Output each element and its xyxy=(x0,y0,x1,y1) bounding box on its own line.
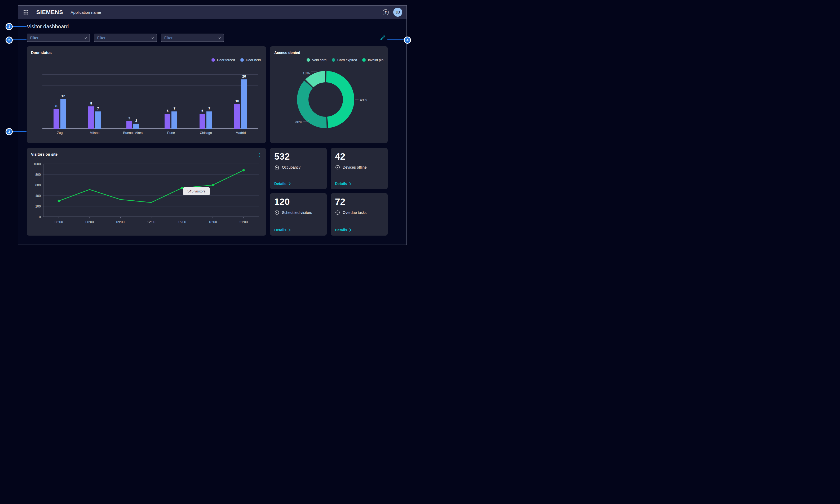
kebab-menu-icon[interactable] xyxy=(258,152,261,158)
bar-value-label: 12 xyxy=(61,94,65,98)
chevron-right-icon xyxy=(349,182,352,185)
bar-door-forced-chicago[interactable] xyxy=(200,114,205,129)
bar-value-label: 10 xyxy=(235,99,239,103)
data-point-marker[interactable] xyxy=(242,169,245,172)
app-launcher-icon[interactable] xyxy=(22,9,30,16)
chevron-right-icon xyxy=(349,229,352,232)
bar-door-forced-buenos-aires[interactable] xyxy=(126,121,132,129)
details-label: Details xyxy=(335,228,347,232)
bar-door-held-milano[interactable] xyxy=(95,111,101,129)
stat-label: Scheduled visitors xyxy=(282,211,312,215)
legend-item-void-card[interactable]: Void card xyxy=(307,58,326,62)
legend-dot-icon xyxy=(307,58,310,62)
category-label: Buenos Aires xyxy=(123,131,142,135)
legend-item-door-forced[interactable]: Door forced xyxy=(211,58,235,62)
donut-percent-label: 49% xyxy=(360,98,367,102)
legend-dot-icon xyxy=(362,58,366,62)
bar-door-held-chicago[interactable] xyxy=(206,111,212,129)
stat-label: Overdue tasks xyxy=(343,211,366,215)
app-header: SIEMENS Application name ? JD xyxy=(18,5,407,19)
y-axis-tick-label: 400 xyxy=(35,194,41,198)
callout-badge-1: 1 xyxy=(5,23,13,30)
data-point-marker[interactable] xyxy=(58,200,60,202)
bottom-row: Visitors on site 0100400600800100003:000… xyxy=(27,148,398,236)
category-label: Chicago xyxy=(200,131,212,135)
bar-door-held-buenos-aires[interactable] xyxy=(133,124,139,129)
chevron-down-icon xyxy=(84,36,87,39)
bar-door-held-madrid[interactable] xyxy=(241,79,247,129)
details-link-scheduled-visitors[interactable]: Details xyxy=(274,228,291,232)
callout-line-1 xyxy=(13,26,27,27)
occupancy-icon xyxy=(274,165,279,170)
stat-value: 42 xyxy=(335,152,383,161)
chevron-right-icon xyxy=(289,182,291,185)
x-axis-tick-label: 09:00 xyxy=(116,220,124,224)
details-link-overdue-tasks[interactable]: Details xyxy=(335,228,352,232)
door-status-chart: 812Zug97Milano32Buenos Aires67Pune67Chic… xyxy=(42,74,258,138)
bar-value-label: 20 xyxy=(242,74,246,78)
details-link-devices-offline[interactable]: Details xyxy=(335,182,352,186)
callout-badge-3: 3 xyxy=(5,128,13,135)
help-icon[interactable]: ? xyxy=(383,9,389,15)
stat-value: 120 xyxy=(274,197,323,207)
details-label: Details xyxy=(274,182,287,186)
legend-item-invalid-pin[interactable]: Invalid pin xyxy=(362,58,383,62)
filter-select-1[interactable]: Filter xyxy=(27,34,90,42)
filter-select-3[interactable]: Filter xyxy=(161,34,224,42)
legend-item-card-expired[interactable]: Card expired xyxy=(332,58,357,62)
bar-group-pune: 67Pune xyxy=(165,74,177,138)
bar-door-forced-pune[interactable] xyxy=(165,114,170,129)
category-label: Pune xyxy=(167,131,175,135)
legend-dot-icon xyxy=(332,58,335,62)
legend-item-door-held[interactable]: Door held xyxy=(240,58,261,62)
edit-icon[interactable] xyxy=(379,34,387,41)
y-axis-tick-label: 100 xyxy=(35,204,41,208)
stats-grid: 532OccupancyDetails42Devices offlineDeta… xyxy=(270,148,388,236)
bar-groups: 812Zug97Milano32Buenos Aires67Pune67Chic… xyxy=(42,74,258,138)
y-axis-tick-label: 800 xyxy=(35,173,41,177)
bar-group-zug: 812Zug xyxy=(53,74,66,138)
bar-door-held-pune[interactable] xyxy=(171,111,177,129)
bar-group-milano: 97Milano xyxy=(88,74,101,138)
callout-badge-4: 4 xyxy=(404,37,411,44)
bar-door-forced-zug[interactable] xyxy=(53,109,59,129)
bar-door-forced-milano[interactable] xyxy=(88,106,94,129)
visitors-series-line[interactable] xyxy=(59,170,243,202)
door-status-legend: Door forcedDoor held xyxy=(211,58,261,62)
bar-group-madrid: 1020Madrid xyxy=(234,74,247,138)
filter-placeholder: Filter xyxy=(164,36,172,40)
legend-label: Void card xyxy=(312,58,326,62)
donut-slice-void-card[interactable] xyxy=(309,77,325,84)
bar-door-held-zug[interactable] xyxy=(61,99,66,129)
bar-group-buenos-aires: 32Buenos Aires xyxy=(123,74,142,138)
avatar[interactable]: JD xyxy=(393,8,402,17)
data-point-marker[interactable] xyxy=(212,184,214,186)
callout-badge-2: 2 xyxy=(5,37,13,44)
overdue-icon xyxy=(335,210,340,215)
card-title: Door status xyxy=(31,51,262,55)
bar-value-label: 7 xyxy=(174,106,175,110)
donut-slice-invalid-pin[interactable] xyxy=(326,77,348,123)
details-link-occupancy[interactable]: Details xyxy=(274,182,291,186)
bar-value-label: 6 xyxy=(167,109,169,113)
y-axis-tick-label: 600 xyxy=(35,183,41,187)
bar-door-forced-madrid[interactable] xyxy=(234,104,240,129)
bar-value-label: 3 xyxy=(128,116,131,120)
category-label: Madrid xyxy=(236,131,246,135)
details-label: Details xyxy=(274,228,287,232)
filter-select-2[interactable]: Filter xyxy=(94,34,157,42)
stat-card-occupancy: 532OccupancyDetails xyxy=(270,148,327,189)
x-axis-tick-label: 06:00 xyxy=(86,220,94,224)
donut-percent-label: 13% xyxy=(303,71,310,75)
donut-slice-card-expired[interactable] xyxy=(303,85,327,123)
legend-label: Invalid pin xyxy=(368,58,383,62)
legend-label: Door forced xyxy=(217,58,235,62)
data-point-marker[interactable] xyxy=(181,187,183,189)
legend-dot-icon xyxy=(240,58,244,62)
stat-label: Occupancy xyxy=(282,165,301,169)
stat-label: Devices offline xyxy=(343,165,367,169)
card-title: Visitors on site xyxy=(31,152,262,157)
details-label: Details xyxy=(335,182,347,186)
callout-line-3 xyxy=(13,131,27,132)
stat-card-scheduled-visitors: 120Scheduled visitorsDetails xyxy=(270,193,327,236)
